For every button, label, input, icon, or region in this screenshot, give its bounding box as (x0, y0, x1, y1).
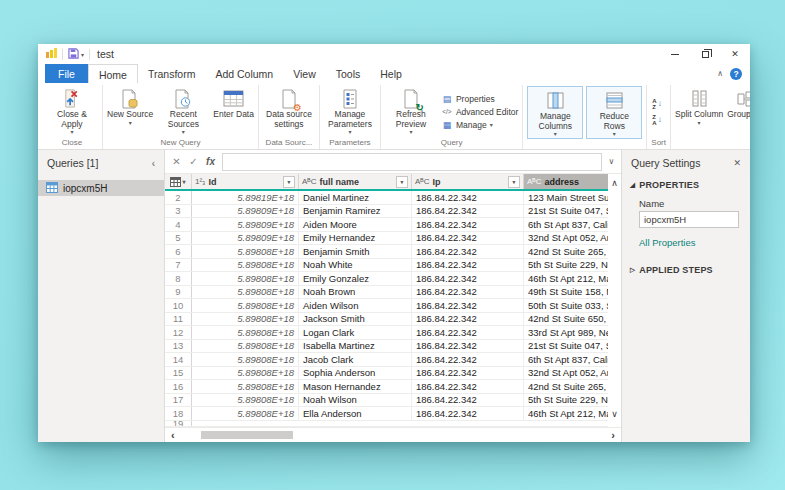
id-cell[interactable]: 5.89808E+18 (192, 259, 299, 272)
address-cell[interactable]: 21st St Suite 047, South C (524, 340, 608, 353)
collapse-ribbon-icon[interactable]: ∧ (717, 69, 723, 78)
id-cell[interactable]: 5.89808E+18 (192, 326, 299, 339)
row-number-cell[interactable]: 9 (165, 286, 192, 299)
table-row[interactable]: 95.89808E+18Noah Brown186.84.22.34249th … (165, 286, 608, 300)
address-cell[interactable]: 5th St Suite 229, New Yo (524, 394, 608, 407)
full-name-cell[interactable]: Benjamin Smith (299, 245, 412, 258)
table-row[interactable]: 155.89808E+18Sophia Anderson186.84.22.34… (165, 367, 608, 381)
id-cell[interactable]: 5.89808E+18 (192, 380, 299, 393)
id-cell[interactable]: 5.89808E+18 (192, 367, 299, 380)
row-number-cell[interactable]: 4 (165, 218, 192, 231)
address-cell[interactable]: 32nd St Apt 052, Arizona (524, 232, 608, 245)
ip-cell[interactable]: 186.84.22.342 (412, 286, 524, 299)
full-name-cell[interactable]: Benjamin Ramirez (299, 205, 412, 218)
formula-check-icon[interactable]: ✓ (185, 156, 202, 167)
column-header-full-name[interactable]: AᴮC full name ▾ (299, 174, 412, 189)
close-button[interactable]: ✕ (720, 44, 750, 64)
filter-dropdown-icon[interactable]: ▾ (508, 176, 520, 188)
tab-home[interactable]: Home (88, 64, 138, 83)
quick-access-caret-icon[interactable]: ▾ (81, 51, 84, 58)
properties-button[interactable]: ▤ Properties (441, 94, 518, 104)
table-row[interactable]: 85.89808E+18Emily Gonzalez186.84.22.3424… (165, 272, 608, 286)
all-properties-link[interactable]: All Properties (622, 228, 750, 250)
table-row[interactable]: 125.89808E+18Logan Clark186.84.22.34233r… (165, 326, 608, 340)
table-row[interactable]: 135.89808E+18Isabella Martinez186.84.22.… (165, 340, 608, 354)
table-row[interactable]: 175.89808E+18Noah Wilson186.84.22.3425th… (165, 394, 608, 408)
ip-cell[interactable]: 186.84.22.342 (412, 205, 524, 218)
address-cell[interactable]: 42nd St Suite 650, Kansa (524, 313, 608, 326)
column-header-id[interactable]: 1²₃ Id ▾ (192, 174, 299, 189)
row-number-cell[interactable]: 12 (165, 326, 192, 339)
row-number-cell[interactable]: 6 (165, 245, 192, 258)
address-cell[interactable]: 50th St Suite 033, South (524, 299, 608, 312)
properties-section-header[interactable]: ◢ PROPERTIES (622, 177, 750, 193)
ip-cell[interactable]: 186.84.22.342 (412, 245, 524, 258)
scroll-down-icon[interactable]: ∨ (611, 409, 618, 419)
tab-add-column[interactable]: Add Column (205, 64, 283, 83)
enter-data-button[interactable]: Enter Data (211, 85, 256, 138)
ip-cell[interactable]: 186.84.22.342 (412, 313, 524, 326)
full-name-cell[interactable]: Sophia Anderson (299, 367, 412, 380)
id-cell[interactable]: 5.89808E+18 (192, 313, 299, 326)
row-number-cell[interactable]: 11 (165, 313, 192, 326)
full-name-cell[interactable]: Mason Hernandez (299, 380, 412, 393)
row-number-cell[interactable]: 18 (165, 407, 192, 420)
address-cell[interactable]: 123 Main Street Suite B 2 (524, 191, 608, 204)
tab-tools[interactable]: Tools (326, 64, 371, 83)
id-cell[interactable]: 5.89808E+18 (192, 245, 299, 258)
row-number-cell[interactable]: 13 (165, 340, 192, 353)
ip-cell[interactable]: 186.84.22.342 (412, 380, 524, 393)
table-row[interactable]: 75.89808E+18Noah White186.84.22.3425th S… (165, 259, 608, 273)
scrollbar-thumb[interactable] (201, 431, 293, 439)
row-number-cell[interactable]: 10 (165, 299, 192, 312)
table-row[interactable]: 145.89808E+18Jacob Clark186.84.22.3426th… (165, 353, 608, 367)
full-name-cell[interactable]: Ella Anderson (299, 407, 412, 420)
close-and-apply-button[interactable]: Close & Apply▾ (44, 85, 100, 138)
address-cell[interactable]: 21st St Suite 047, South C (524, 205, 608, 218)
scroll-left-icon[interactable]: ‹ (171, 429, 175, 441)
manage-parameters-button[interactable]: Manage Parameters▾ (322, 85, 378, 138)
ip-cell[interactable]: 186.84.22.342 (412, 367, 524, 380)
save-icon[interactable] (68, 48, 79, 61)
table-row[interactable]: 55.89809E+18Emily Hernandez186.84.22.342… (165, 232, 608, 246)
full-name-cell[interactable]: Jacob Clark (299, 353, 412, 366)
full-name-cell[interactable]: Jackson Smith (299, 313, 412, 326)
id-cell[interactable]: 5.89808E+18 (192, 353, 299, 366)
recent-sources-button[interactable]: Recent Sources▾ (155, 85, 211, 138)
tab-transform[interactable]: Transform (138, 64, 205, 83)
id-cell[interactable]: 5.89808E+18 (192, 299, 299, 312)
full-name-cell[interactable]: Emily Gonzalez (299, 272, 412, 285)
data-source-settings-button[interactable]: ⚙ Data source settings (261, 85, 317, 138)
help-icon[interactable]: ? (730, 68, 742, 80)
table-row[interactable]: 115.89808E+18Jackson Smith186.84.22.3424… (165, 313, 608, 327)
id-cell[interactable]: 5.89808E+18 (192, 272, 299, 285)
filter-dropdown-icon[interactable]: ▾ (283, 176, 295, 188)
select-all-corner-button[interactable]: ▾ (165, 174, 192, 189)
reduce-rows-button[interactable]: Reduce Rows▾ (586, 86, 642, 139)
address-cell[interactable]: 33rd St Apt 989, New Me (524, 326, 608, 339)
sort-descending-button[interactable]: ZA ↓ (652, 114, 661, 126)
address-cell[interactable]: 6th St Apt 837, California (524, 218, 608, 231)
refresh-preview-button[interactable]: ↻ Refresh Preview▾ (383, 85, 439, 138)
ip-cell[interactable]: 186.84.22.342 (412, 407, 524, 420)
table-row[interactable]: 25.89819E+18Daniel Martinez186.84.22.342… (165, 191, 608, 205)
id-cell[interactable]: 5.89808E+18 (192, 394, 299, 407)
id-cell[interactable]: 5.89808E+18 (192, 340, 299, 353)
address-cell[interactable]: 42nd St Suite 265, Alabam (524, 380, 608, 393)
vertical-scrollbar[interactable]: ∧ ∨ (608, 174, 621, 427)
table-row-partial[interactable]: 19 (165, 421, 608, 427)
id-cell[interactable]: 5.89808E+18 (192, 286, 299, 299)
row-number-cell[interactable]: 5 (165, 232, 192, 245)
full-name-cell[interactable]: Isabella Martinez (299, 340, 412, 353)
sort-ascending-button[interactable]: AZ ↓ (652, 98, 661, 110)
filter-dropdown-icon[interactable]: ▾ (396, 176, 408, 188)
address-cell[interactable]: 5th St Suite 229, New Yor (524, 259, 608, 272)
row-number-cell[interactable]: 8 (165, 272, 192, 285)
minimize-button[interactable] (660, 44, 690, 64)
ip-cell[interactable]: 186.84.22.342 (412, 353, 524, 366)
full-name-cell[interactable]: Daniel Martinez (299, 191, 412, 204)
tab-help[interactable]: Help (370, 64, 412, 83)
table-row[interactable]: 45.89809E+18Aiden Moore186.84.22.3426th … (165, 218, 608, 232)
tab-file[interactable]: File (45, 64, 88, 83)
full-name-cell[interactable]: Aiden Wilson (299, 299, 412, 312)
